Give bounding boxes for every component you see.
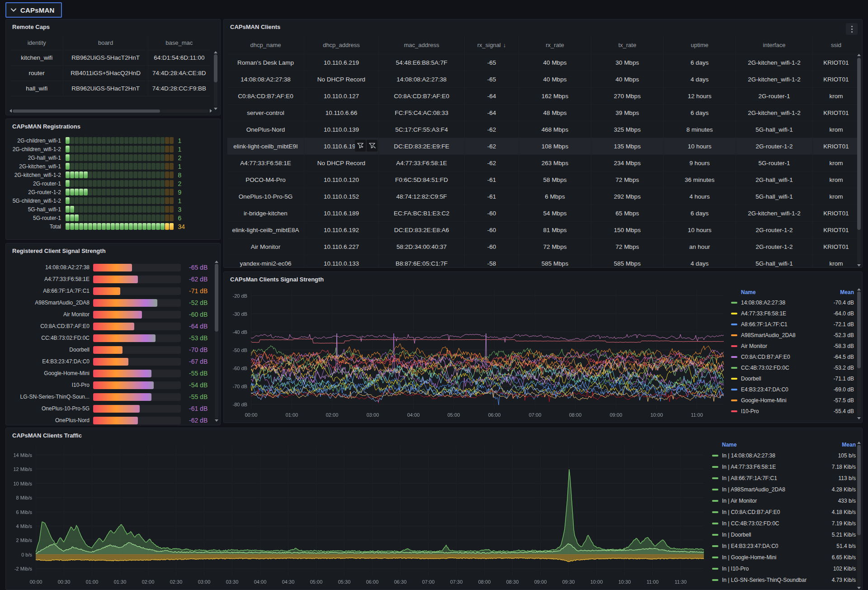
signal-strength-chart[interactable]: [226, 285, 727, 421]
scroll-right-icon[interactable]: [210, 109, 212, 113]
table-header-cell-tx_rate[interactable]: tx_rate: [591, 36, 664, 54]
scroll-down-icon[interactable]: [857, 264, 861, 266]
legend-series-name[interactable]: Air Monitor: [741, 343, 826, 349]
legend-series-name[interactable]: A8:66:7F:1A:7F:C1: [741, 321, 826, 328]
legend-row[interactable]: Google-Home-Mini-57.5 dB: [731, 395, 854, 406]
legend-series-name[interactable]: In | LG-SN-Series-ThinQ-Soundbar: [722, 577, 824, 583]
table-row[interactable]: 14:08:08:A2:27:38No DHCP Record14:08:08:…: [227, 71, 859, 88]
table-row[interactable]: C0:8A:CD:B7:AF:E010.110.0.127C0:8A:CD:B7…: [227, 88, 859, 105]
scrollbar-thumb[interactable]: [214, 54, 217, 82]
legend-row[interactable]: In | A98SmartAudio_2DA84.28 Kib/s: [712, 484, 856, 495]
scroll-down-icon[interactable]: [215, 419, 218, 422]
table-row[interactable]: server-control10.110.6.66FC:F5:C4:AC:08:…: [227, 105, 859, 121]
table-header-cell-base_mac[interactable]: base_mac: [148, 36, 210, 50]
legend-series-name[interactable]: 14:08:08:A2:27:38: [741, 300, 826, 306]
legend-row[interactable]: Doorbell-71.1 dB: [731, 373, 854, 384]
filter-out-value-icon[interactable]: [367, 140, 377, 152]
legend-series-name[interactable]: In | A98SmartAudio_2DA8: [722, 486, 824, 493]
legend-row[interactable]: In | A4:77:33:F6:58:1E7.18 Kib/s: [712, 461, 856, 472]
table-row[interactable]: kitchen_wifiRB962UiGS-5HacT2HnT64:D1:54:…: [10, 50, 210, 66]
legend-row[interactable]: CC:4B:73:02:FD:0C-53.2 dB: [731, 362, 854, 373]
table-row[interactable]: A4:77:33:F6:58:1ENo DHCP RecordA4:77:33:…: [227, 155, 859, 171]
legend-series-name[interactable]: In | Air Monitor: [722, 498, 824, 504]
legend-row[interactable]: In | LG-SN-Series-ThinQ-Soundbar4.73 Kib…: [712, 574, 856, 585]
scroll-down-icon[interactable]: [857, 587, 861, 589]
legend-row[interactable]: In | I10-Pro102 Kib/s: [712, 563, 856, 574]
table-header-cell-dhcp_name[interactable]: dhcp_name: [227, 36, 304, 54]
legend-series-name[interactable]: Google-Home-Mini: [741, 397, 826, 404]
scroll-left-icon[interactable]: [9, 109, 12, 113]
legend-mean-header[interactable]: Mean: [824, 442, 856, 448]
panel-menu-icon[interactable]: [846, 23, 858, 35]
legend-name-header[interactable]: Name: [722, 442, 824, 448]
table-header-cell-dhcp_address[interactable]: dhcp_address: [304, 36, 379, 54]
table-row[interactable]: OnePlus-10-Pro-5G10.110.0.15248:74:12:82…: [227, 188, 859, 205]
legend-series-name[interactable]: I10-Pro: [741, 408, 826, 414]
scroll-down-icon[interactable]: [214, 108, 217, 110]
table-header-cell-identity[interactable]: identity: [10, 36, 63, 50]
legend-row[interactable]: In | Air Monitor433 b/s: [712, 495, 856, 506]
horizontal-scrollbar[interactable]: [9, 109, 212, 113]
table-row[interactable]: elink-light-ceilb_mibtE8A10.110.6.192DC:…: [227, 222, 859, 238]
table-row[interactable]: OnePlus-Nord10.110.0.1395C:17:CF:55:A3:F…: [227, 121, 859, 138]
legend-name-header[interactable]: Name: [741, 289, 826, 295]
table-header-cell-rx_signal[interactable]: rx_signal↓: [465, 36, 519, 54]
scroll-up-icon[interactable]: [857, 54, 861, 56]
table-header-cell-mac_address[interactable]: mac_address: [379, 36, 465, 54]
scroll-up-icon[interactable]: [857, 288, 861, 290]
scroll-down-icon[interactable]: [857, 417, 861, 419]
legend-row[interactable]: A4:77:33:F6:58:1E-64.0 dB: [731, 308, 854, 319]
vertical-scrollbar[interactable]: [857, 54, 861, 266]
scrollbar-thumb[interactable]: [13, 109, 160, 113]
scrollbar-thumb[interactable]: [215, 264, 218, 332]
legend-series-name[interactable]: In | CC:4B:73:02:FD:0C: [722, 520, 824, 527]
table-row[interactable]: routerRB4011iGS+5HacQ2HnD74:4D:28:4A:CE:…: [10, 66, 210, 81]
table-header-cell-uptime[interactable]: uptime: [664, 36, 736, 54]
legend-series-name[interactable]: In | Doorbell: [722, 532, 824, 538]
table-row[interactable]: ir-bridge-kitchen10.110.6.189EC:FA:BC:B1…: [227, 205, 859, 222]
legend-row[interactable]: Air Monitor-58.3 dB: [731, 341, 854, 352]
legend-series-name[interactable]: In | I10-Pro: [722, 566, 824, 572]
legend-row[interactable]: A98SmartAudio_2DA8-52.3 dB: [731, 330, 854, 341]
scroll-up-icon[interactable]: [857, 442, 861, 444]
legend-series-name[interactable]: C0:8A:CD:B7:AF:E0: [741, 354, 826, 360]
scrollbar-thumb[interactable]: [857, 291, 861, 368]
table-header-cell-board[interactable]: board: [63, 36, 148, 50]
legend-series-name[interactable]: CC:4B:73:02:FD:0C: [741, 365, 826, 371]
scrollbar-thumb[interactable]: [857, 445, 861, 535]
legend-series-name[interactable]: E4:B3:23:47:DA:C0: [741, 386, 826, 393]
legend-series-name[interactable]: In | A4:77:33:F6:58:1E: [722, 464, 824, 470]
legend-series-name[interactable]: In | E4:B3:23:47:DA:C0: [722, 543, 824, 549]
legend-row[interactable]: A8:66:7F:1A:7F:C1-72.1 dB: [731, 319, 854, 330]
legend-series-name[interactable]: A98SmartAudio_2DA8: [741, 332, 826, 338]
legend-row[interactable]: In | Doorbell5.21 Kib/s: [712, 529, 856, 540]
table-row[interactable]: Air Monitor10.110.6.22758:2D:34:00:40:37…: [227, 238, 859, 255]
legend-row[interactable]: I10-Pro-55.4 dB: [731, 406, 854, 417]
legend-series-name[interactable]: In | 14:08:08:A2:27:38: [722, 452, 824, 459]
legend-series-name[interactable]: In | A8:66:7F:1A:7F:C1: [722, 475, 824, 481]
legend-series-name[interactable]: In | C0:8A:CD:B7:AF:E0: [722, 509, 824, 515]
legend-row[interactable]: In | CC:4B:73:02:FD:0C7.19 Kib/s: [712, 518, 856, 529]
table-row[interactable]: elink-light-ceilb_mibtE9I10.110.6.191DC:…: [227, 138, 859, 155]
vertical-scrollbar[interactable]: [214, 261, 219, 422]
section-row-capsman[interactable]: CAPsMAN: [5, 2, 62, 18]
table-header-cell-rx_rate[interactable]: rx_rate: [519, 36, 591, 54]
legend-series-name[interactable]: In | Google-Home-Mini: [722, 554, 824, 561]
table-row[interactable]: hall_wifiRB962UiGS-5HacT2HnT74:4D:28:CC:…: [10, 81, 210, 96]
legend-mean-header[interactable]: Mean: [826, 289, 854, 295]
vertical-scrollbar[interactable]: [213, 51, 218, 110]
legend-row[interactable]: In | 14:08:08:A2:27:38105 b/s: [712, 450, 856, 461]
legend-series-name[interactable]: Doorbell: [741, 376, 826, 382]
legend-row[interactable]: In | Google-Home-Mini6.65 Kib/s: [712, 552, 856, 563]
legend-scrollbar[interactable]: [857, 442, 861, 589]
legend-row[interactable]: E4:B3:23:47:DA:C0-69.0 dB: [731, 384, 854, 395]
table-header-cell-interface[interactable]: interface: [736, 36, 813, 54]
legend-row[interactable]: C0:8A:CD:B7:AF:E0-64.5 dB: [731, 352, 854, 362]
legend-row[interactable]: 14:08:08:A2:27:38-70.4 dB: [731, 297, 854, 308]
filter-for-value-icon[interactable]: [355, 140, 366, 152]
legend-row[interactable]: In | C0:8A:CD:B7:AF:E04.18 Kib/s: [712, 506, 856, 518]
scroll-up-icon[interactable]: [214, 51, 217, 53]
legend-series-name[interactable]: A4:77:33:F6:58:1E: [741, 310, 826, 317]
table-row[interactable]: Roman's Desk Lamp10.110.6.21954:48:E6:B8…: [227, 54, 859, 71]
scrollbar-thumb[interactable]: [857, 58, 861, 230]
